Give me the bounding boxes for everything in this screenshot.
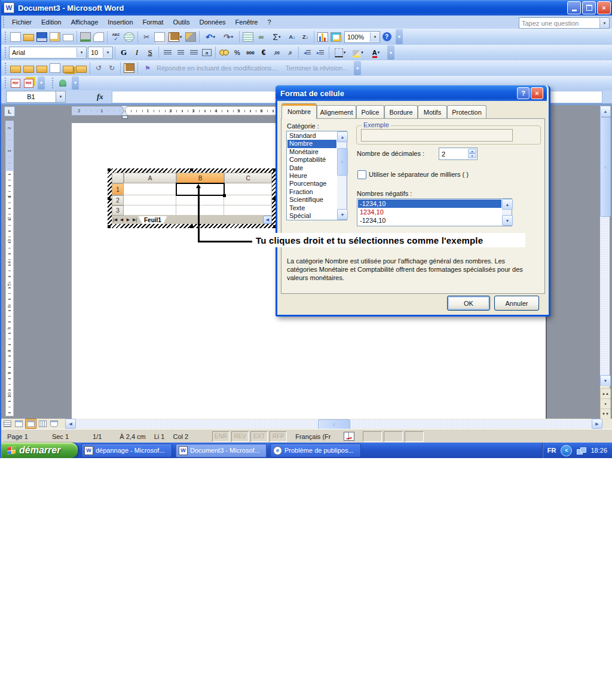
reply-flag-button[interactable]: ⚑	[140, 62, 155, 75]
sort-ascending-button[interactable]: A↓	[286, 30, 299, 44]
toolbar-grip[interactable]	[51, 78, 54, 88]
font-dropdown[interactable]: ▾	[76, 48, 86, 57]
minimize-button[interactable]	[567, 1, 581, 14]
category-standard[interactable]: Standard	[287, 132, 336, 140]
redo-merge-button[interactable]: ↻	[105, 62, 118, 75]
hyperlink-button[interactable]: ∞	[255, 30, 268, 44]
print-preview-button[interactable]	[92, 30, 105, 44]
format-painter-button[interactable]	[184, 30, 197, 44]
cell-name-box[interactable]: B1	[6, 91, 56, 103]
scroll-down-button[interactable]: ▼	[600, 375, 611, 386]
vertical-ruler[interactable]: 2 1 1 2 3 4 5 6 7 8 9 10	[5, 121, 14, 416]
left-indent-marker[interactable]	[122, 115, 128, 119]
toolbar-grip[interactable]	[2, 17, 5, 27]
toolbar-grip[interactable]	[4, 63, 7, 73]
negatives-scroll-down[interactable]: ▼	[502, 215, 513, 226]
review-clipboard-button[interactable]	[123, 62, 136, 75]
category-monetaire[interactable]: Monétaire	[287, 148, 336, 156]
category-special[interactable]: Spécial	[287, 212, 336, 220]
toolbar-grip[interactable]	[4, 78, 7, 88]
toolbar-options-chevron[interactable]: ▾	[38, 76, 45, 90]
tab-alignement[interactable]: Alignement	[317, 105, 356, 118]
web-layout-view-button[interactable]	[14, 419, 24, 428]
toolbar-options-chevron[interactable]: ▾	[354, 61, 361, 75]
cell-a3[interactable]	[124, 205, 176, 216]
task-depannage[interactable]: W dépannage - Microsof...	[81, 444, 172, 458]
resize-handle[interactable]	[108, 197, 111, 200]
status-indicator-ext[interactable]: EXT	[250, 431, 268, 442]
cell-a1[interactable]	[124, 183, 176, 195]
category-texte[interactable]: Texte	[287, 204, 336, 212]
horizontal-scrollbar[interactable]: ≡	[76, 419, 592, 428]
tab-protection[interactable]: Protection	[447, 105, 486, 118]
euro-button[interactable]: €	[257, 46, 270, 59]
decimals-spin-up[interactable]: ▲	[468, 149, 476, 153]
pdfmaker-comments-button[interactable]: PDF	[22, 76, 35, 90]
ok-button[interactable]: OK	[447, 296, 490, 311]
menu-donnees[interactable]: Données	[195, 17, 231, 27]
align-left-button[interactable]	[161, 46, 174, 59]
bold-button[interactable]: G	[117, 46, 130, 59]
cell-c1[interactable]	[224, 183, 272, 195]
thousands-separator-checkbox[interactable]	[357, 170, 366, 179]
tab-bordure[interactable]: Bordure	[384, 105, 418, 118]
task-probleme-publipostage[interactable]: e Problème de publipos...	[270, 444, 361, 458]
negatives-listbox[interactable]: -1234,10 1234,10 -1234,10 ▲ ▼	[357, 198, 512, 226]
decrease-decimal-button[interactable]: ,0	[283, 46, 296, 59]
status-indicator-rev[interactable]: REV	[231, 431, 249, 442]
copy-button[interactable]	[153, 30, 166, 44]
sheet-tab-feuil1[interactable]: Feuil1	[138, 216, 167, 224]
font-size-dropdown[interactable]: ▾	[103, 48, 112, 57]
outline-view-button[interactable]	[38, 419, 48, 428]
print-layout-view-button[interactable]	[25, 419, 36, 429]
menu-fenetre[interactable]: Fenêtre	[231, 17, 263, 27]
currency-button[interactable]	[218, 46, 231, 59]
euro-conversion-button[interactable]	[241, 30, 255, 44]
research-button[interactable]	[123, 30, 136, 44]
compare-versions-button[interactable]	[62, 62, 75, 75]
restore-button[interactable]	[582, 1, 596, 14]
new-document-button[interactable]	[9, 30, 22, 44]
scroll-left-button[interactable]: ◀	[65, 419, 76, 429]
underline-button[interactable]: S	[143, 46, 157, 59]
dialog-title-bar[interactable]: Format de cellule ? ×	[276, 85, 547, 101]
list-scroll-thumb[interactable]: ≡	[337, 148, 348, 176]
negative-option-2[interactable]: 1234,10	[358, 208, 501, 216]
font-combo[interactable]: Arial ▾	[9, 47, 87, 59]
start-button[interactable]: démarrer	[1, 443, 78, 458]
cell-a2[interactable]	[124, 195, 176, 205]
hanging-indent-marker[interactable]	[121, 111, 127, 115]
cancel-button[interactable]: Annuler	[494, 296, 539, 311]
percent-button[interactable]: %	[231, 46, 244, 59]
resize-handle[interactable]	[190, 168, 193, 171]
tab-stop-selector[interactable]: L	[4, 106, 15, 116]
align-center-button[interactable]	[174, 46, 187, 59]
menu-help[interactable]: ?	[262, 17, 276, 27]
list-scroll-up[interactable]: ▲	[337, 131, 348, 142]
insert-function-button[interactable]: fx	[97, 92, 103, 102]
autosum-button[interactable]: Σ▾	[268, 30, 286, 44]
font-size-combo[interactable]: 10 ▾	[88, 47, 113, 59]
prev-sheet-button[interactable]: ◀	[118, 217, 125, 222]
category-scientifique[interactable]: Scientifique	[287, 196, 336, 204]
negatives-scroll-up[interactable]: ▲	[502, 199, 513, 210]
undo-button[interactable]: ↶▾	[201, 30, 219, 44]
cell-b2[interactable]	[176, 195, 224, 205]
print-button[interactable]	[79, 30, 92, 44]
increase-indent-button[interactable]: ▸	[314, 46, 327, 59]
negative-option-1[interactable]: -1234,10	[358, 199, 501, 208]
column-header-c[interactable]: C	[224, 173, 272, 183]
end-review-button[interactable]: Terminer la révision...	[286, 65, 348, 72]
ask-question-dropdown[interactable]: ▾	[599, 18, 609, 28]
respond-with-changes-button[interactable]: Répondre en incluant des modifications..…	[157, 65, 277, 72]
category-listbox[interactable]: Standard Nombre Monétaire Comptabilité D…	[286, 131, 347, 220]
open-button[interactable]	[22, 30, 35, 44]
zoom-combo[interactable]: 100% ▾	[344, 31, 380, 43]
menu-format[interactable]: Format	[138, 17, 169, 27]
task-document3[interactable]: W Document3 - Microsof...	[176, 444, 267, 458]
italic-button[interactable]: I	[130, 46, 143, 59]
dialog-help-button[interactable]: ?	[517, 87, 530, 99]
category-nombre[interactable]: Nombre	[287, 140, 336, 148]
first-line-indent-marker[interactable]	[121, 106, 127, 110]
list-scroll-down[interactable]: ▼	[337, 209, 348, 220]
